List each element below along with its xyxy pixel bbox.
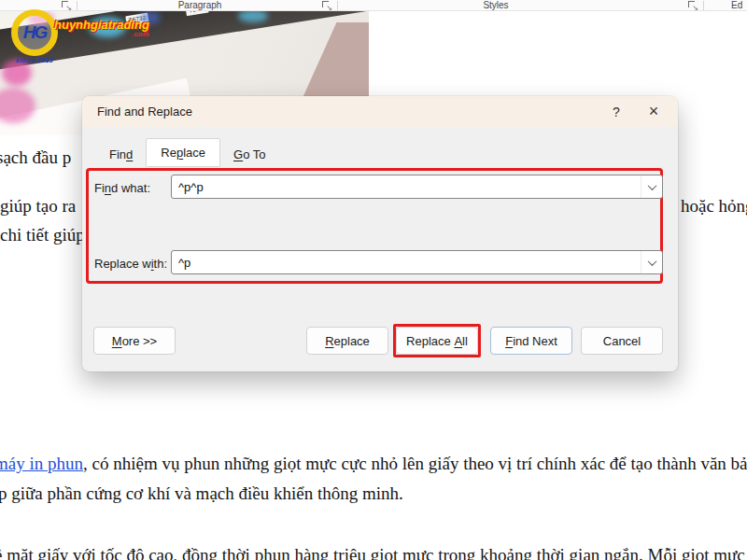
dialog-title: Find and Replace [97, 105, 598, 119]
find-and-replace-dialog: Find and Replace ? × Find Replace Go To … [82, 96, 678, 371]
replace-with-combobox[interactable] [171, 250, 663, 274]
chevron-down-icon [647, 181, 656, 190]
replace-with-input[interactable] [172, 251, 640, 273]
replace-with-dropdown[interactable] [641, 251, 662, 273]
replace-all-highlight: Replace All [393, 324, 481, 357]
ink-smudge-magenta [2, 60, 32, 86]
tab-replace[interactable]: Replace [146, 138, 220, 167]
ribbon-separator [703, 1, 704, 10]
doc-paragraph: p giữa phần cứng cơ khí và mạch điều khi… [0, 483, 403, 504]
doc-text-line: sạch đầu p [0, 147, 71, 168]
ribbon-separator [337, 1, 338, 10]
doc-text-span: , có nhiệm vụ phun những giọt mực cực nh… [83, 454, 747, 473]
replace-button[interactable]: Replace [306, 327, 388, 355]
launcher-arrow-icon: ↘ [692, 5, 698, 12]
hyperlink-may-in-phun[interactable]: máy in phun [0, 454, 83, 473]
logo-ring-icon: HG [11, 9, 58, 56]
launcher-arrow-icon: ↘ [326, 5, 332, 12]
logo-monogram: HG [23, 22, 47, 43]
cartridge-label: T6733 [185, 11, 209, 16]
find-what-combobox[interactable] [171, 175, 663, 199]
ribbon-group-styles: Styles [483, 0, 508, 10]
doc-text-line: chi tiết giúp [0, 225, 85, 245]
brand-watermark-logo: HG since 2013 huynhgiatrading .com [11, 9, 149, 63]
tab-goto[interactable]: Go To [220, 142, 278, 167]
dialog-launcher-icon[interactable]: ↘ [688, 1, 698, 10]
find-what-label: Find what: [94, 181, 150, 195]
tab-find[interactable]: Find [96, 142, 146, 167]
ribbon-group-paragraph: Paragraph [178, 0, 222, 10]
doc-paragraph: ề mặt giấy với tốc độ cao, đồng thời phu… [0, 545, 745, 560]
cancel-button[interactable]: Cancel [581, 327, 663, 355]
more-button[interactable]: More >> [93, 327, 176, 355]
dialog-launcher-icon[interactable]: ↘ [322, 1, 331, 10]
chevron-down-icon [647, 257, 656, 266]
ribbon-group-editing: Ed [731, 0, 742, 10]
replace-with-label: Replace with: [94, 257, 167, 271]
help-button[interactable]: ? [598, 96, 635, 127]
close-button[interactable]: × [635, 96, 672, 127]
replace-all-button[interactable]: Replace All [396, 327, 478, 355]
doc-paragraph: máy in phun, có nhiệm vụ phun những giọt… [0, 454, 747, 474]
logo-since-text: since 2013 [16, 57, 53, 63]
doc-text-line: giúp tạo ra [0, 196, 76, 217]
find-what-input[interactable] [172, 175, 640, 198]
find-next-button[interactable]: Find Next [490, 327, 572, 355]
find-what-dropdown[interactable] [641, 175, 662, 198]
dialog-titlebar[interactable]: Find and Replace ? × [82, 96, 678, 127]
dialog-tabs: Find Replace Go To [96, 138, 278, 167]
doc-text-line: hoặc hỏng [681, 196, 747, 217]
